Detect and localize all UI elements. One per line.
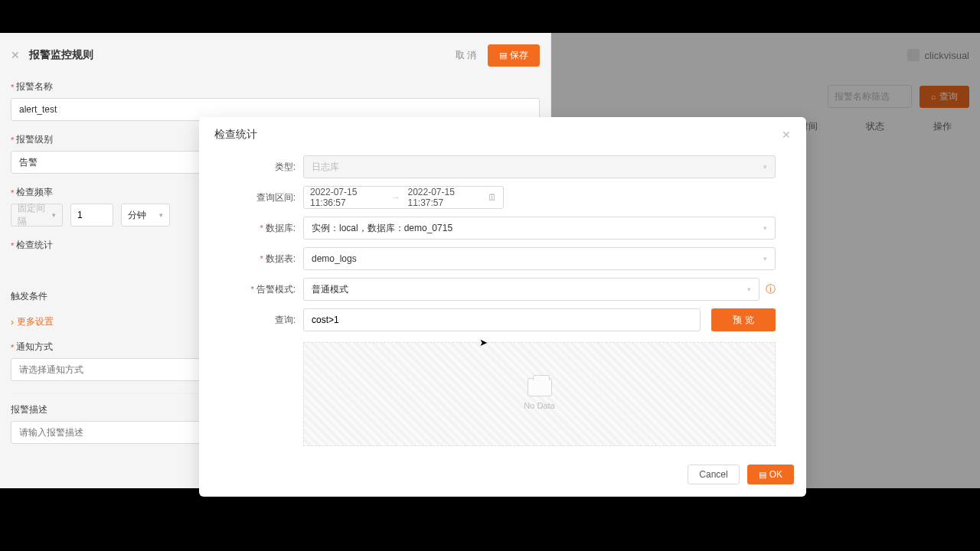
type-value: 日志库 bbox=[312, 161, 339, 174]
alarm-mode-label: 告警模式: bbox=[256, 283, 296, 296]
chevron-down-icon: ▾ bbox=[763, 255, 767, 262]
query-input[interactable] bbox=[303, 308, 701, 331]
chevron-down-icon: ▾ bbox=[763, 224, 767, 232]
calendar-icon: 🗓 bbox=[488, 192, 497, 203]
preview-button-label: 预 览 bbox=[733, 314, 753, 327]
db-label: 数据库: bbox=[266, 222, 296, 235]
arrow-right-icon: → bbox=[390, 193, 402, 202]
info-icon[interactable]: ⓘ bbox=[766, 282, 776, 296]
range-end: 2022-07-15 11:37:57 bbox=[408, 187, 482, 208]
range-start: 2022-07-15 11:36:57 bbox=[310, 187, 384, 208]
table-label: 数据表: bbox=[266, 253, 296, 266]
chevron-down-icon: ▾ bbox=[763, 163, 767, 171]
alarm-mode-value: 普通模式 bbox=[312, 283, 348, 296]
modal-title: 检查统计 bbox=[214, 128, 782, 142]
range-label: 查询区间: bbox=[256, 191, 296, 204]
preview-area: No Data bbox=[303, 342, 776, 446]
table-select[interactable]: demo_logs▾ bbox=[303, 247, 776, 270]
preview-button[interactable]: 预 览 bbox=[711, 308, 776, 331]
type-label: 类型: bbox=[275, 161, 296, 174]
save-icon: ▤ bbox=[759, 470, 766, 480]
empty-icon bbox=[528, 378, 552, 396]
query-label: 查询: bbox=[275, 314, 296, 327]
no-data-label: No Data bbox=[524, 401, 554, 410]
db-value: 实例：local，数据库：demo_0715 bbox=[312, 222, 452, 235]
db-select[interactable]: 实例：local，数据库：demo_0715▾ bbox=[303, 217, 776, 240]
modal-overlay: 检查统计 ✕ 类型: 日志库▾ 查询区间: 2022-07-15 11:36:5… bbox=[0, 0, 980, 551]
table-value: demo_logs bbox=[312, 253, 357, 264]
type-select: 日志库▾ bbox=[303, 155, 776, 178]
chevron-down-icon: ▾ bbox=[747, 285, 751, 293]
ok-button-label: OK bbox=[769, 469, 782, 480]
date-range-picker[interactable]: 2022-07-15 11:36:57 → 2022-07-15 11:37:5… bbox=[303, 186, 504, 209]
check-stats-modal: 检查统计 ✕ 类型: 日志库▾ 查询区间: 2022-07-15 11:36:5… bbox=[199, 117, 806, 497]
alarm-mode-select[interactable]: 普通模式▾ bbox=[303, 278, 760, 301]
close-icon[interactable]: ✕ bbox=[782, 129, 791, 141]
ok-button[interactable]: ▤ OK bbox=[747, 465, 794, 484]
cancel-button[interactable]: Cancel bbox=[688, 465, 739, 484]
